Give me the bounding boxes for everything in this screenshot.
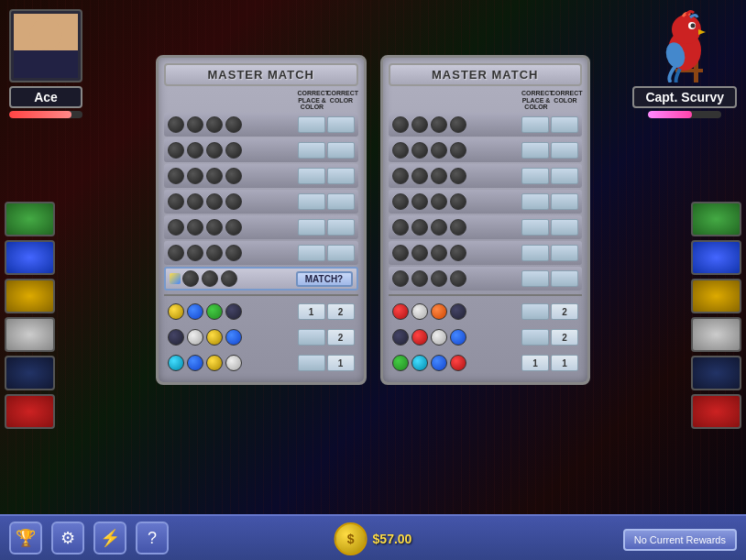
peg-red[interactable]: [392, 303, 409, 320]
peg-orange[interactable]: [431, 303, 447, 320]
peg[interactable]: [450, 142, 466, 159]
gem-blue-right[interactable]: [691, 240, 741, 275]
gem-red-left[interactable]: [5, 394, 55, 429]
peg-dark[interactable]: [168, 329, 184, 346]
peg[interactable]: [392, 219, 409, 236]
lightning-button[interactable]: ⚡: [93, 522, 126, 555]
gem-green-right[interactable]: [691, 202, 741, 236]
peg[interactable]: [206, 142, 223, 159]
peg[interactable]: [206, 116, 223, 133]
peg-cyan[interactable]: [411, 355, 428, 371]
peg[interactable]: [187, 193, 203, 210]
peg[interactable]: [392, 168, 409, 184]
peg-yellow[interactable]: [168, 303, 184, 320]
peg[interactable]: [392, 245, 409, 261]
played-rows-1: 1 2 2: [164, 294, 358, 375]
gear-button[interactable]: ⚙: [51, 522, 84, 555]
peg[interactable]: [411, 245, 428, 261]
peg-blue[interactable]: [187, 355, 203, 371]
peg-green[interactable]: [206, 303, 223, 320]
peg-blue[interactable]: [187, 303, 203, 320]
peg[interactable]: [411, 219, 428, 236]
gem-white-left[interactable]: [5, 317, 55, 352]
peg-white[interactable]: [187, 329, 203, 346]
peg[interactable]: [187, 219, 203, 236]
peg-white[interactable]: [225, 355, 242, 371]
peg[interactable]: [168, 219, 184, 236]
peg[interactable]: [206, 193, 223, 210]
peg[interactable]: [225, 245, 242, 261]
peg[interactable]: [450, 245, 466, 261]
peg[interactable]: [225, 116, 242, 133]
peg[interactable]: [392, 193, 409, 210]
peg[interactable]: [187, 116, 203, 133]
gem-green-left[interactable]: [5, 202, 55, 236]
peg-blue[interactable]: [450, 329, 466, 346]
peg-blue[interactable]: [431, 355, 447, 371]
peg-dark[interactable]: [392, 329, 409, 346]
peg[interactable]: [202, 270, 218, 287]
peg[interactable]: [168, 116, 184, 133]
peg-red[interactable]: [411, 329, 428, 346]
trophy-button[interactable]: 🏆: [9, 522, 42, 555]
peg[interactable]: [431, 245, 447, 261]
peg[interactable]: [450, 116, 466, 133]
gem-yellow-right[interactable]: [691, 279, 741, 313]
peg[interactable]: [431, 270, 447, 287]
peg[interactable]: [392, 116, 409, 133]
peg[interactable]: [168, 193, 184, 210]
gem-white-right[interactable]: [691, 317, 741, 352]
peg-white[interactable]: [411, 303, 428, 320]
peg[interactable]: [431, 219, 447, 236]
gem-red-right[interactable]: [691, 394, 741, 429]
peg-cyan[interactable]: [168, 355, 184, 371]
peg[interactable]: [431, 142, 447, 159]
peg[interactable]: [168, 245, 184, 261]
peg[interactable]: [206, 219, 223, 236]
peg[interactable]: [206, 168, 223, 184]
peg[interactable]: [411, 270, 428, 287]
player1-health-bar: [9, 111, 82, 118]
peg[interactable]: [225, 168, 242, 184]
peg-dark[interactable]: [450, 303, 466, 320]
peg-yellow[interactable]: [206, 355, 223, 371]
score-2: [551, 245, 578, 261]
peg[interactable]: [206, 245, 223, 261]
peg-blue[interactable]: [225, 329, 242, 346]
gem-blue-left[interactable]: [5, 240, 55, 275]
peg[interactable]: [392, 270, 409, 287]
match-button[interactable]: MATCH?: [296, 271, 353, 287]
peg[interactable]: [411, 168, 428, 184]
peg[interactable]: [187, 142, 203, 159]
help-button[interactable]: ?: [136, 522, 169, 555]
peg[interactable]: [168, 168, 184, 184]
peg-dark[interactable]: [225, 303, 242, 320]
peg[interactable]: [392, 142, 409, 159]
peg[interactable]: [450, 193, 466, 210]
rewards-button[interactable]: No Current Rewards: [623, 529, 737, 551]
peg[interactable]: [431, 193, 447, 210]
peg[interactable]: [450, 219, 466, 236]
peg[interactable]: [450, 168, 466, 184]
peg[interactable]: [450, 270, 466, 287]
peg-yellow[interactable]: [206, 329, 223, 346]
peg[interactable]: [182, 270, 199, 287]
gem-yellow-left[interactable]: [5, 279, 55, 313]
peg[interactable]: [411, 193, 428, 210]
gem-navy-left[interactable]: [5, 356, 55, 390]
peg[interactable]: [187, 245, 203, 261]
peg[interactable]: [168, 142, 184, 159]
peg[interactable]: [225, 142, 242, 159]
gem-navy-right[interactable]: [691, 356, 741, 390]
peg[interactable]: [431, 116, 447, 133]
peg[interactable]: [221, 270, 237, 287]
peg[interactable]: [225, 193, 242, 210]
peg[interactable]: [187, 168, 203, 184]
peg-red[interactable]: [450, 355, 466, 371]
peg[interactable]: [431, 168, 447, 184]
peg-green[interactable]: [392, 355, 409, 371]
peg-white[interactable]: [431, 329, 447, 346]
peg[interactable]: [225, 219, 242, 236]
peg[interactable]: [411, 116, 428, 133]
peg[interactable]: [411, 142, 428, 159]
